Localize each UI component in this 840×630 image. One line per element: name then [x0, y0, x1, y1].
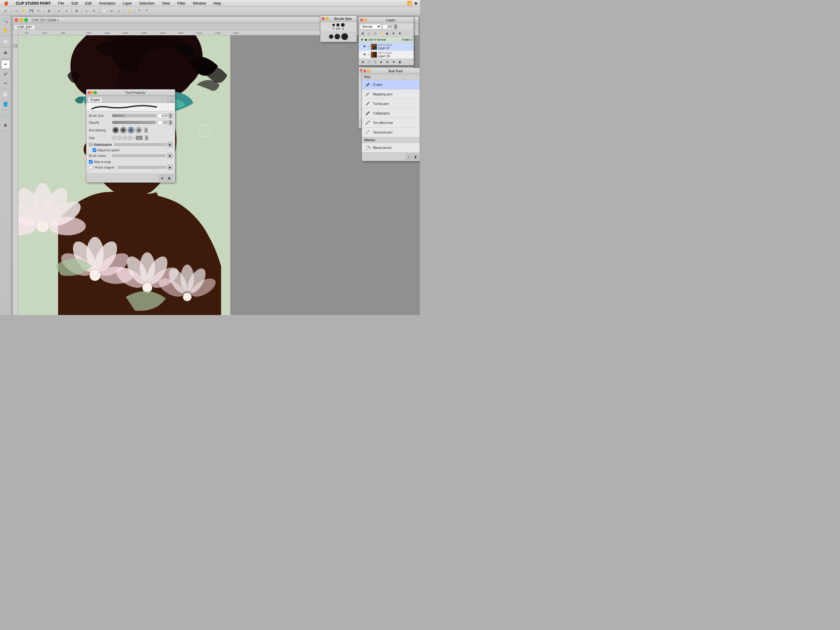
opacity-down[interactable]: ▼: [169, 122, 172, 125]
brush-tool[interactable]: 🖌: [1, 69, 10, 78]
aa-btn-3[interactable]: [135, 127, 142, 133]
layer-bottom-btn6[interactable]: 👁: [391, 60, 396, 65]
stab-expand-btn[interactable]: ▶: [167, 142, 172, 147]
brush-size-opt-l3[interactable]: [341, 33, 348, 41]
canvas-close-btn[interactable]: [14, 18, 18, 22]
brush-size-opt-2[interactable]: 2: [332, 24, 335, 30]
menu-layer[interactable]: Layer: [122, 1, 133, 6]
layer-bottom-btn1[interactable]: ⊞: [360, 60, 366, 65]
undo-btn[interactable]: ↩: [56, 8, 62, 14]
tp-settings-icon-btn[interactable]: ⚙: [159, 175, 165, 181]
subtool-effect-line[interactable]: Tor effect line: [362, 118, 420, 128]
open-btn[interactable]: 📂: [21, 8, 27, 14]
brush-size-opt-l2[interactable]: [335, 34, 340, 40]
gap-inf-btn[interactable]: ∞: [136, 136, 143, 140]
layer-add-raster-btn[interactable]: □: [366, 31, 372, 36]
gap-up[interactable]: ▲: [145, 135, 148, 138]
move-tool[interactable]: ✥: [1, 48, 10, 57]
brush-size-opt-3[interactable]: 3: [341, 23, 345, 30]
layer-filter-btn[interactable]: ⊞: [360, 31, 366, 36]
tp-opacity-slider[interactable]: [112, 121, 156, 124]
eyedropper-tool[interactable]: 💉: [1, 111, 10, 120]
stab-slider[interactable]: [114, 143, 166, 146]
layer-group-row[interactable]: 👁 ▶ 100 % Normal Folder 2: [359, 37, 414, 43]
brush-size-down[interactable]: ▼: [169, 116, 172, 118]
adjust-speed-checkbox[interactable]: [93, 148, 96, 152]
menu-filter[interactable]: Filter: [176, 1, 187, 6]
layer-bottom-btn5[interactable]: ⚙: [385, 60, 390, 65]
layer-bottom-btn3[interactable]: ⬡: [373, 60, 378, 65]
vector-magnet-expand-btn[interactable]: ▶: [167, 165, 172, 170]
select-rect-tool[interactable]: ⬜: [1, 37, 10, 46]
layer-close-btn[interactable]: [360, 19, 363, 22]
pencil-tool[interactable]: ✏: [1, 79, 10, 88]
layer-add-mask-btn[interactable]: ◐: [385, 31, 390, 36]
layer-trash-btn[interactable]: 🗑: [397, 60, 403, 65]
layer-eye-36[interactable]: 👁: [363, 52, 367, 57]
snap-btn[interactable]: ✳: [73, 8, 80, 14]
canvas-minimize-btn[interactable]: [19, 18, 23, 22]
vector-magnet-checkbox[interactable]: [89, 166, 93, 169]
canvas-maximize-btn[interactable]: [24, 18, 28, 22]
redo-btn[interactable]: ↪: [63, 8, 70, 14]
gap-dot-2[interactable]: [123, 136, 127, 140]
opacity-input[interactable]: [382, 24, 393, 29]
help-btn[interactable]: ?: [136, 8, 143, 14]
gap-dot-3[interactable]: [128, 136, 132, 140]
new-btn[interactable]: □: [13, 8, 20, 14]
stab-toggle[interactable]: −: [89, 143, 93, 146]
brushsize-min-btn[interactable]: [325, 17, 329, 20]
subtool-bleed-pencil[interactable]: Bleed pencil: [362, 143, 420, 153]
blend-mode-select[interactable]: Normal Multiply Screen: [360, 24, 382, 29]
brush-size-input[interactable]: 6.53: [158, 114, 169, 118]
layer-eye-37[interactable]: 👁: [363, 44, 367, 49]
gap-dot-0[interactable]: [112, 136, 117, 140]
menu-animation[interactable]: Animation: [98, 1, 117, 6]
subtool-close-btn[interactable]: [363, 70, 366, 73]
layer-settings-btn[interactable]: ⚙: [391, 31, 396, 36]
perspective-btn[interactable]: ◇: [115, 8, 122, 14]
layer-fold-arrow[interactable]: ▶: [365, 38, 368, 41]
aa-btn-2[interactable]: [128, 127, 134, 133]
aa-btn-1[interactable]: [120, 127, 127, 133]
menu-selection[interactable]: Selection: [138, 1, 156, 6]
app-name[interactable]: CLIP STUDIO PAINT: [14, 1, 52, 6]
opacity-spinners[interactable]: ▲ ▼: [394, 24, 397, 29]
ruler-tool-btn[interactable]: 📏: [126, 8, 133, 14]
select-btn[interactable]: ⊹: [83, 8, 90, 14]
brush-stroke-slider[interactable]: [112, 154, 166, 157]
resize-btn[interactable]: ⊞: [46, 8, 52, 14]
brush-stroke-expand-btn[interactable]: ▶: [167, 153, 172, 158]
subtool-calligraphy[interactable]: Calligraphy: [362, 109, 420, 118]
brush-size-opt-25[interactable]: 2.5: [336, 24, 340, 30]
menu-help[interactable]: Help: [212, 1, 222, 6]
aa-down[interactable]: ▼: [144, 130, 148, 133]
layer-add-folder-btn[interactable]: 📁: [379, 31, 384, 36]
flip-btn[interactable]: ⇔: [108, 8, 115, 14]
eraser-tool[interactable]: ⬜: [1, 90, 10, 99]
menu-view[interactable]: View: [161, 1, 171, 6]
save-as-btn[interactable]: □+: [35, 8, 42, 14]
subtool-min-btn[interactable]: [367, 70, 370, 73]
brush-size-opt-l1[interactable]: [329, 35, 333, 40]
canvas-tab[interactable]: CSP_EX*: [14, 24, 35, 30]
layer-row-36[interactable]: 👁 ✒ 100 % Nom Layer 36: [359, 51, 414, 59]
menu-window[interactable]: Window: [191, 1, 207, 6]
layer-min-btn[interactable]: [364, 19, 367, 22]
subtool-gpen[interactable]: G-pen: [362, 80, 420, 90]
snap-checkbox[interactable]: [89, 160, 93, 164]
gap-dot-1[interactable]: [117, 136, 122, 140]
layer-add-vector-btn[interactable]: ⬡: [373, 31, 378, 36]
tp-min-btn[interactable]: [91, 91, 94, 94]
brushsize-close-btn[interactable]: [322, 17, 325, 20]
apple-menu[interactable]: 🍎: [2, 1, 9, 6]
brush-size-up[interactable]: ▲: [169, 113, 172, 116]
menu-file[interactable]: File: [57, 1, 65, 6]
opacity-input-tp[interactable]: 100: [158, 120, 169, 125]
tp-search-btn[interactable]: 🔍: [167, 96, 174, 103]
aa-up[interactable]: ▲: [144, 128, 148, 130]
save-btn[interactable]: 💾: [28, 8, 35, 14]
tp-tab-gpen[interactable]: G-pen: [88, 97, 103, 102]
pen-tool[interactable]: ✒: [1, 60, 10, 69]
subtool-add-btn[interactable]: +: [406, 154, 412, 160]
